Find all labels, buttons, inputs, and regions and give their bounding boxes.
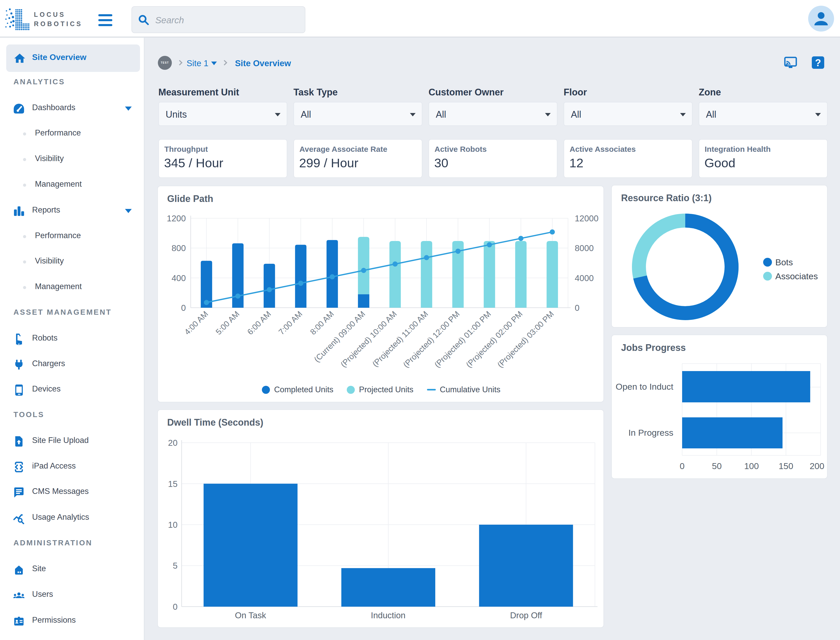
svg-text:Bots: Bots — [775, 257, 793, 267]
svg-text:In Progress: In Progress — [628, 428, 673, 438]
svg-text:0: 0 — [181, 303, 186, 313]
svg-text:200: 200 — [810, 461, 824, 471]
svg-text:8000: 8000 — [575, 243, 594, 253]
svg-text:12000: 12000 — [575, 214, 599, 223]
svg-text:Drop Off: Drop Off — [510, 611, 542, 620]
svg-text:400: 400 — [172, 273, 186, 283]
svg-text:10: 10 — [168, 520, 178, 530]
svg-text:5:00 AM: 5:00 AM — [214, 309, 241, 336]
svg-text:4000: 4000 — [575, 273, 594, 283]
svg-text:0: 0 — [575, 303, 579, 313]
svg-text:0: 0 — [173, 602, 178, 611]
svg-text:Associates: Associates — [775, 271, 818, 281]
svg-text:(Projected) 12:00 PM: (Projected) 12:00 PM — [401, 309, 462, 369]
svg-text:(Projected) 03:00 PM: (Projected) 03:00 PM — [495, 309, 556, 369]
svg-text:(Projected) 02:00 PM: (Projected) 02:00 PM — [464, 309, 524, 369]
svg-text:Induction: Induction — [371, 611, 406, 620]
svg-text:(Projected) 11:00 AM: (Projected) 11:00 AM — [370, 309, 430, 368]
svg-text:Open to Induct: Open to Induct — [616, 382, 673, 392]
svg-text:6:00 AM: 6:00 AM — [245, 309, 273, 336]
svg-text:(Current) 09:00 AM: (Current) 09:00 AM — [313, 309, 367, 364]
svg-text:1200: 1200 — [167, 214, 186, 223]
svg-text:8:00 AM: 8:00 AM — [308, 309, 336, 336]
svg-text:800: 800 — [172, 243, 186, 253]
svg-text:?: ? — [815, 58, 821, 68]
svg-text:4:00 AM: 4:00 AM — [183, 309, 210, 336]
svg-text:100: 100 — [744, 461, 759, 471]
svg-text:20: 20 — [168, 438, 178, 448]
svg-text:15: 15 — [168, 479, 178, 489]
svg-text:50: 50 — [712, 461, 722, 471]
svg-text:5: 5 — [173, 561, 178, 570]
svg-text:(Projected) 01:00 PM: (Projected) 01:00 PM — [433, 309, 493, 369]
svg-text:On Task: On Task — [235, 611, 266, 620]
svg-text:0: 0 — [680, 461, 685, 471]
svg-text:150: 150 — [779, 461, 794, 471]
svg-text:7:00 AM: 7:00 AM — [277, 309, 304, 336]
svg-text:(Projected) 10:00 AM: (Projected) 10:00 AM — [339, 309, 399, 369]
